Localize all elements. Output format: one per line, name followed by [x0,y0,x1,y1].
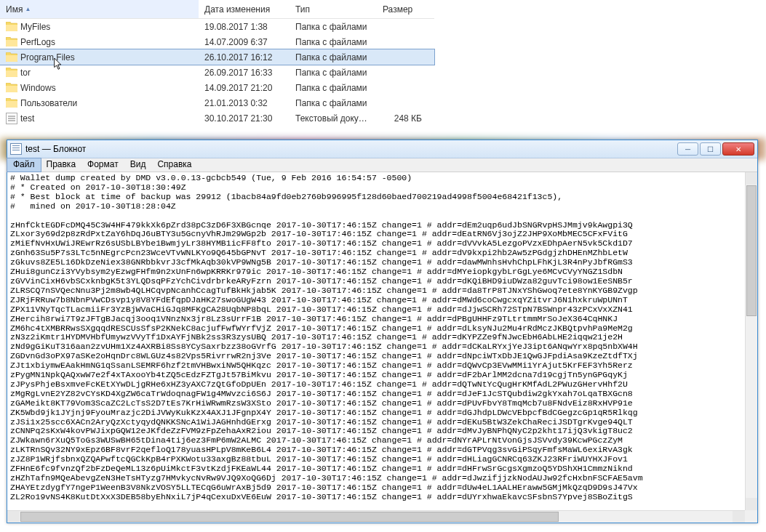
cell-name: Program Files [0,52,199,63]
scrollbar-vertical[interactable] [745,172,757,510]
header-size-label: Размер [383,4,412,15]
window-buttons: ─ ☐ ✕ [676,142,754,156]
file-name-label: PerfLogs [20,37,55,47]
folder-icon [6,68,17,77]
cell-type: Папка с файлами [290,68,377,78]
scrollbar-thumb-v[interactable] [746,185,757,316]
header-date[interactable]: Дата изменения [199,0,290,18]
text-area-container: # Wallet dump created by DMD v3.0.0.13-g… [7,172,757,523]
folder-icon [6,37,17,47]
cell-date: 21.01.2013 0:32 [199,98,290,108]
cell-name: MyFiles [0,22,199,32]
file-name-label: tor [20,68,31,78]
notepad-icon [10,143,22,155]
header-type[interactable]: Тип [290,0,377,18]
minimize-button[interactable]: ─ [677,142,698,156]
file-row[interactable]: Program Files26.10.2017 16:12Папка с фай… [0,49,434,65]
sort-arrow-icon: ▲ [25,6,31,12]
file-row[interactable]: PerfLogs14.07.2009 6:37Папка с файлами [0,34,434,49]
cell-date: 26.10.2017 16:12 [199,52,290,63]
menu-edit[interactable]: Правка [41,158,82,172]
cell-date: 19.08.2017 1:38 [199,22,290,32]
cell-name: tor [0,68,199,78]
column-headers: Имя▲ Дата изменения Тип Размер [0,0,434,19]
scroll-corner [745,510,757,523]
menu-help[interactable]: Справка [151,158,197,172]
scrollbar-thumb-h[interactable] [20,512,559,522]
notepad-window: test — Блокнот ─ ☐ ✕ Файл Правка Формат … [7,140,758,523]
scrollbar-horizontal[interactable] [7,510,757,523]
header-name[interactable]: Имя▲ [0,0,199,18]
maximize-button[interactable]: ☐ [700,142,721,156]
file-row[interactable]: Windows14.09.2017 21:20Папка с файлами [0,80,434,95]
folder-icon [6,98,17,108]
folder-icon [6,83,17,92]
cell-name: Windows [0,83,199,93]
cell-name: Пользователи [0,98,199,108]
title-bar[interactable]: test — Блокнот ─ ☐ ✕ [7,140,757,158]
cell-type: Папка с файлами [290,37,377,47]
file-row[interactable]: MyFiles19.08.2017 1:38Папка с файлами [0,19,434,34]
file-row[interactable]: tor26.09.2017 16:33Папка с файлами [0,65,434,80]
folder-icon [6,22,17,31]
text-file-icon [6,113,17,124]
file-name-label: Пользователи [20,98,77,108]
header-size[interactable]: Размер [377,0,428,18]
cell-type: Папка с файлами [290,98,377,108]
cell-type: Папка с файлами [290,22,377,32]
folder-icon [6,52,17,62]
file-name-label: test [20,113,34,124]
cell-size: 248 КБ [377,113,428,124]
header-type-label: Тип [295,4,310,15]
text-area[interactable]: # Wallet dump created by DMD v3.0.0.13-g… [7,172,745,510]
header-name-label: Имя [6,4,23,15]
file-name-label: MyFiles [20,22,50,32]
cell-type: Текстовый докум... [290,113,377,124]
cell-name: test [0,113,199,124]
window-title: test — Блокнот [25,144,676,154]
cell-type: Папка с файлами [290,83,377,93]
file-explorer-listview[interactable]: Имя▲ Дата изменения Тип Размер MyFiles19… [0,0,434,126]
menu-view[interactable]: Вид [124,158,152,172]
menu-bar: Файл Правка Формат Вид Справка [7,158,757,172]
close-button[interactable]: ✕ [722,142,754,156]
file-row[interactable]: Пользователи21.01.2013 0:32Папка с файла… [0,95,434,110]
header-date-label: Дата изменения [204,4,270,15]
file-name-label: Program Files [20,52,75,63]
menu-format[interactable]: Формат [81,158,124,172]
cell-date: 26.09.2017 16:33 [199,68,290,78]
file-name-label: Windows [20,83,56,93]
file-rows-container: MyFiles19.08.2017 1:38Папка с файламиPer… [0,19,434,126]
file-row[interactable]: test30.10.2017 21:30Текстовый докум...24… [0,110,434,126]
cell-type: Папка с файлами [290,52,377,63]
cell-date: 30.10.2017 21:30 [199,113,290,124]
cell-date: 14.09.2017 21:20 [199,83,290,93]
cell-date: 14.07.2009 6:37 [199,37,290,47]
cell-name: PerfLogs [0,37,199,47]
menu-file[interactable]: Файл [7,158,41,172]
